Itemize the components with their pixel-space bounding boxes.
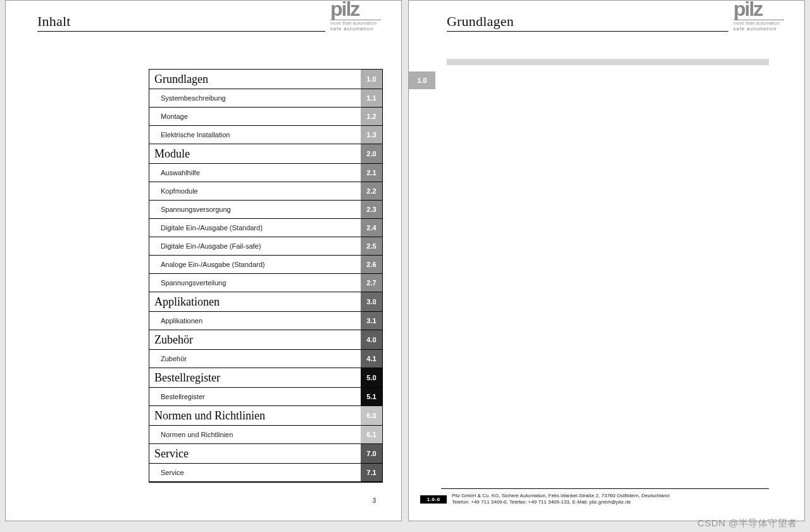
table-of-contents: Grundlagen1.0Systembeschreibung1.1Montag… <box>149 69 383 483</box>
toc-item[interactable]: Digitale Ein-/Ausgabe (Fail-safe)2.5 <box>149 237 382 256</box>
page-title: Inhalt <box>37 13 325 30</box>
toc-number-badge: 4.0 <box>361 330 382 349</box>
toc-section-head[interactable]: Normen und Richtlinien6.0 <box>149 406 382 426</box>
footer-badge: 1.0-0 <box>420 495 447 504</box>
toc-label: Applikationen <box>149 312 358 330</box>
toc-number-badge: 1.3 <box>361 126 382 144</box>
toc-label: Zubehör <box>149 330 358 349</box>
toc-number-badge: 5.0 <box>361 368 382 387</box>
toc-label: Service <box>149 464 358 481</box>
toc-label: Auswahlhilfe <box>149 164 358 182</box>
toc-item[interactable]: Bestellregister5.1 <box>149 388 382 406</box>
content-frame-rule <box>441 71 769 489</box>
brand-logo-text: pilz <box>330 1 381 18</box>
toc-item[interactable]: Elektrische Installation1.3 <box>149 126 382 144</box>
title-rule <box>447 31 728 32</box>
toc-number-badge: 1.1 <box>361 89 382 107</box>
toc-item[interactable]: Zubehör4.1 <box>149 350 382 368</box>
toc-label: Montage <box>149 108 358 125</box>
toc-item[interactable]: Spannungsverteilung2.7 <box>149 274 382 292</box>
toc-number-badge: 2.6 <box>361 256 382 273</box>
toc-item[interactable]: Montage1.2 <box>149 108 382 126</box>
page-header-left: Inhalt pilz more than automation safe au… <box>6 1 401 32</box>
toc-number-badge: 3.0 <box>361 292 382 311</box>
toc-section-head[interactable]: Applikationen3.0 <box>149 292 382 312</box>
footer-line-2: Telefon: +49 711 3409-0, Telefax: +49 71… <box>452 499 670 505</box>
toc-number-badge: 2.0 <box>361 144 382 163</box>
toc-label: Kopfmodule <box>149 182 358 200</box>
brand-tagline-2: safe automation <box>330 26 381 32</box>
toc-section-head[interactable]: Zubehör4.0 <box>149 330 382 350</box>
toc-number-badge: 2.4 <box>361 219 382 237</box>
toc-label: Service <box>149 444 358 463</box>
toc-number-badge: 5.1 <box>361 388 382 405</box>
toc-number-badge: 2.3 <box>361 201 382 218</box>
toc-label: Normen und Richtlinien <box>149 406 358 425</box>
brand-tagline-1: more than automation <box>330 21 381 26</box>
toc-label: Normen und Richtlinien <box>149 426 358 443</box>
toc-section-head[interactable]: Module2.0 <box>149 144 382 164</box>
toc-label: Elektrische Installation <box>149 126 358 144</box>
toc-label: Digitale Ein-/Ausgabe (Fail-safe) <box>149 237 358 255</box>
page-right: Grundlagen pilz more than automation saf… <box>408 0 805 521</box>
toc-number-badge: 2.2 <box>361 182 382 200</box>
toc-item[interactable]: Analoge Ein-/Ausgabe (Standard)2.6 <box>149 256 382 274</box>
toc-number-badge: 6.0 <box>361 406 382 425</box>
toc-label: Spannungsverteilung <box>149 274 358 292</box>
toc-label: Applikationen <box>149 292 358 311</box>
toc-label: Analoge Ein-/Ausgabe (Standard) <box>149 256 358 273</box>
footer-line-1: Pilz GmbH & Co. KG, Sichere Automation, … <box>452 493 670 499</box>
toc-label: Bestellregister <box>149 368 358 387</box>
brand-tagline-1: more than automation <box>733 21 784 26</box>
toc-number-badge: 7.0 <box>361 444 382 463</box>
toc-section-head[interactable]: Grundlagen1.0 <box>149 70 382 89</box>
toc-label: Systembeschreibung <box>149 89 358 107</box>
toc-number-badge: 1.2 <box>361 108 382 125</box>
brand-tagline-2: safe automation <box>733 26 784 32</box>
header-stripe <box>447 59 769 65</box>
toc-item[interactable]: Auswahlhilfe2.1 <box>149 164 382 182</box>
title-rule <box>37 31 325 32</box>
page-header-right: Grundlagen pilz more than automation saf… <box>409 1 804 32</box>
toc-item[interactable]: Systembeschreibung1.1 <box>149 89 382 108</box>
toc-label: Spannungsversorgung <box>149 201 358 218</box>
toc-number-badge: 6.1 <box>361 426 382 443</box>
page-left: Inhalt pilz more than automation safe au… <box>5 0 402 521</box>
toc-number-badge: 3.1 <box>361 312 382 330</box>
toc-section-head[interactable]: Bestellregister5.0 <box>149 368 382 388</box>
section-side-tab: 1.0 <box>409 71 435 89</box>
page-title: Grundlagen <box>447 13 728 30</box>
toc-item[interactable]: Service7.1 <box>149 464 382 482</box>
toc-number-badge: 2.7 <box>361 274 382 292</box>
toc-number-badge: 1.0 <box>361 70 382 89</box>
toc-label: Zubehör <box>149 350 358 368</box>
toc-number-badge: 4.1 <box>361 350 382 368</box>
brand-logo: pilz more than automation safe automatio… <box>728 1 784 32</box>
toc-label: Digitale Ein-/Ausgabe (Standard) <box>149 219 358 237</box>
footer-text: Pilz GmbH & Co. KG, Sichere Automation, … <box>452 493 670 505</box>
toc-label: Module <box>149 144 358 163</box>
brand-logo-text: pilz <box>733 1 784 18</box>
toc-item[interactable]: Spannungsversorgung2.3 <box>149 201 382 219</box>
page-footer: 1.0-0 Pilz GmbH & Co. KG, Sichere Automa… <box>420 493 794 505</box>
toc-number-badge: 2.5 <box>361 237 382 255</box>
toc-item[interactable]: Applikationen3.1 <box>149 312 382 330</box>
toc-item[interactable]: Kopfmodule2.2 <box>149 182 382 201</box>
toc-label: Bestellregister <box>149 388 358 405</box>
toc-number-badge: 7.1 <box>361 464 382 481</box>
brand-logo: pilz more than automation safe automatio… <box>325 1 381 32</box>
page-number: 3 <box>372 497 376 504</box>
toc-item[interactable]: Normen und Richtlinien6.1 <box>149 426 382 444</box>
toc-label: Grundlagen <box>149 70 358 89</box>
toc-item[interactable]: Digitale Ein-/Ausgabe (Standard)2.4 <box>149 219 382 237</box>
toc-number-badge: 2.1 <box>361 164 382 182</box>
toc-section-head[interactable]: Service7.0 <box>149 444 382 464</box>
